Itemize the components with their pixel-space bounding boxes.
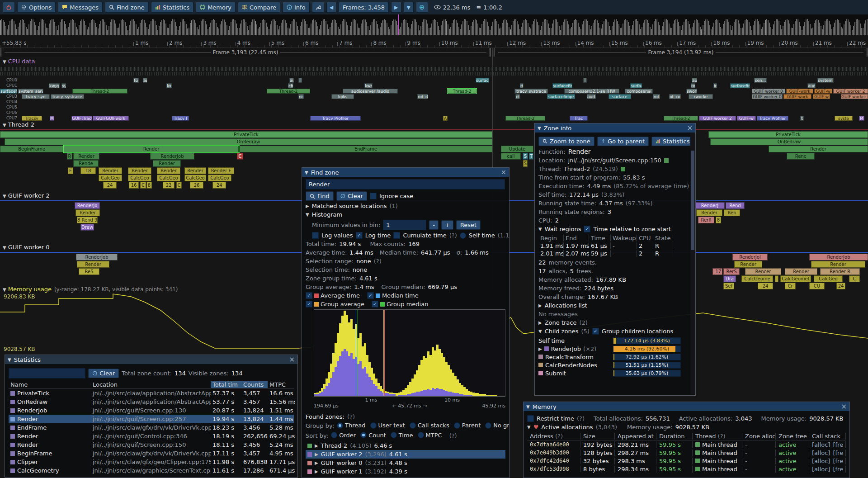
help-icon[interactable]: (?) bbox=[449, 232, 457, 239]
cpu-segment[interactable]: GUIF worker 2 bbox=[699, 116, 736, 121]
table-row[interactable]: BeginFramejni/../jni/src/claw/gfx/drv/vk… bbox=[9, 449, 294, 458]
column-header[interactable]: Zone alloc bbox=[742, 433, 776, 440]
table-row[interactable]: Clipperjni/../jni/src/claw/gfx/geo/Clipp… bbox=[9, 458, 294, 466]
cpu-segment[interactable]: tracy_syn bbox=[22, 94, 50, 99]
legend-checkbox[interactable] bbox=[306, 292, 312, 299]
cpu-segment[interactable]: kwo bbox=[364, 83, 373, 88]
cpu-segment[interactable]: M bbox=[859, 116, 864, 121]
timeline-zone[interactable]: Render bbox=[77, 261, 109, 268]
timeline-zone[interactable]: 8 bbox=[146, 182, 152, 189]
alloc-callstack-link[interactable]: [alloc] bbox=[812, 450, 830, 456]
timeline-zone[interactable]: Render bbox=[184, 167, 206, 174]
min-bin-input[interactable] bbox=[383, 220, 426, 230]
cpu-segment[interactable]: composer@2.1-se [HW bbox=[564, 89, 619, 94]
radio-no-groupi[interactable]: No groupi bbox=[485, 422, 509, 429]
increase-bin-button[interactable]: + bbox=[441, 220, 453, 230]
column-header[interactable]: Wakeup bbox=[611, 235, 637, 241]
options-button[interactable]: Options bbox=[17, 2, 56, 13]
collapse-icon[interactable]: ▼ bbox=[527, 425, 531, 430]
cpu-segment[interactable]: GUIF-w bbox=[814, 89, 832, 94]
column-header[interactable]: Counts bbox=[241, 381, 268, 388]
alloc-appeared-at[interactable]: 298.34 ms bbox=[615, 466, 656, 473]
timeline-zone[interactable]: Render bbox=[99, 167, 122, 174]
radio-mtpc[interactable]: MTPC bbox=[418, 432, 442, 439]
timeline-zone[interactable]: Render F bbox=[208, 167, 234, 174]
radio-count[interactable]: Count bbox=[360, 432, 386, 439]
frame-span[interactable]: Frame 3,193 (22.45 ms) bbox=[0, 48, 491, 57]
timeline-zone[interactable]: C bbox=[849, 275, 860, 282]
collapse-icon[interactable]: ▼ bbox=[3, 245, 6, 250]
child-zone-row[interactable]: CalcRenderNodes51.51 µs (1.15%) bbox=[538, 361, 688, 369]
cpu-segment[interactable]: au bbox=[692, 78, 697, 83]
statistics-titlebar[interactable]: ▼ Statistics × bbox=[5, 355, 297, 364]
timeline-zone[interactable]: RenderJ bbox=[695, 202, 725, 209]
timeline-zone[interactable]: Render bbox=[785, 268, 817, 275]
expand-icon[interactable]: ▶ bbox=[306, 204, 309, 208]
thread-header[interactable]: ▼GUIF worker 0 bbox=[3, 244, 49, 251]
found-zone-group[interactable]: ▶GUIF worker 0(3,231)4.48 s bbox=[306, 459, 505, 467]
child-zone-row[interactable]: ▶RenderJob(×2)4.16 ms (92.60%) bbox=[538, 345, 688, 353]
timeline-zone[interactable]: S bbox=[523, 160, 528, 167]
cpu-segment[interactable]: surfacefinge bbox=[730, 83, 750, 88]
timeline-zone[interactable]: Render bbox=[75, 209, 100, 216]
cpu-segment[interactable]: aud bbox=[807, 83, 816, 88]
timeline-zone[interactable]: CalcGeo bbox=[99, 175, 122, 181]
frame-spans-row[interactable]: Frame 3,193 (22.45 ms) Frame 3,194 (13.9… bbox=[0, 48, 868, 57]
help-icon[interactable]: (?) bbox=[716, 433, 725, 440]
cpu-segment[interactable]: audip bbox=[587, 94, 596, 99]
timeline-zone[interactable]: 22 bbox=[163, 182, 175, 189]
collapse-icon[interactable]: ▼ bbox=[8, 357, 11, 362]
cpu-segment[interactable]: GUIF worker 4 bbox=[841, 94, 868, 99]
column-header[interactable]: Appeared at bbox=[615, 433, 656, 440]
timeline-zone[interactable]: Cr bbox=[785, 283, 796, 289]
alloc-callstack-link[interactable]: [alloc] bbox=[812, 441, 830, 448]
power-button[interactable] bbox=[3, 2, 15, 13]
free-callstack-link[interactable]: [fre bbox=[833, 466, 843, 473]
table-row[interactable]: RenderJobjni/../jni/src/guif/Screen.cpp:… bbox=[9, 406, 294, 415]
alloc-appeared-at[interactable]: 298.21 ms bbox=[615, 441, 656, 448]
timeline-zone[interactable]: Rend bbox=[726, 202, 745, 209]
timeline-zone[interactable]: CU bbox=[809, 283, 825, 289]
thread-header[interactable]: ▼Thread-2 bbox=[3, 121, 34, 128]
tools-button[interactable] bbox=[312, 2, 324, 13]
histogram-bar[interactable] bbox=[495, 395, 497, 396]
found-zone-group[interactable]: ▶Thread-2(4,105)6.46 s bbox=[306, 441, 505, 450]
timeline-zone[interactable]: Update bbox=[501, 146, 533, 152]
column-header[interactable]: Name bbox=[9, 381, 91, 388]
cpu-segment[interactable]: rot bbox=[653, 94, 660, 99]
help-icon[interactable]: (?) bbox=[553, 433, 563, 440]
statistics-button[interactable]: Statistics bbox=[651, 137, 693, 146]
radio-call-stacks[interactable]: Call stacks bbox=[410, 422, 449, 429]
timeline-zone[interactable]: Render bbox=[73, 153, 99, 160]
log-time-checkbox[interactable] bbox=[356, 232, 363, 239]
group-children-checkbox[interactable] bbox=[592, 328, 599, 335]
cpu-segment[interactable]: kw bbox=[166, 83, 172, 88]
expand-icon[interactable]: ▶ bbox=[315, 469, 318, 474]
timeline-zone[interactable]: CalcGeomet bbox=[780, 275, 811, 282]
child-zone-row[interactable]: RecalcTransform72.92 µs (1.62%) bbox=[538, 353, 688, 361]
timeline-zone[interactable]: Sef bbox=[723, 283, 734, 289]
cpu-segment[interactable]: in bbox=[713, 83, 717, 88]
find-zone-titlebar[interactable]: ▼ Find zone × bbox=[302, 168, 509, 177]
cpu-segment[interactable]: Thread-2 bbox=[664, 116, 698, 121]
time-histogram-plot[interactable] bbox=[314, 309, 505, 396]
expand-icon[interactable]: ▶ bbox=[315, 460, 318, 465]
help-icon[interactable]: (?) bbox=[347, 413, 355, 420]
statistics-button[interactable]: Statistics bbox=[151, 2, 193, 13]
cpu-segment[interactable]: rworke bbox=[689, 94, 713, 99]
cpu-segment[interactable]: system_s bbox=[817, 78, 834, 83]
messages-button[interactable]: Messages bbox=[58, 2, 103, 13]
timeline-zone[interactable]: 8 Rend 9 bbox=[77, 217, 98, 223]
cpu-segment[interactable]: surfac bbox=[630, 83, 642, 88]
table-row[interactable]: PrivateTickjni/../jni/src/claw/applicati… bbox=[9, 389, 294, 398]
radio-time[interactable]: Time bbox=[391, 432, 413, 439]
timeline-zone[interactable]: EndFrame bbox=[239, 146, 492, 152]
allocation-row[interactable]: 0x7dfc42d64032 bytes298.3 ms59.95 sMain … bbox=[527, 457, 846, 465]
cpu-segment[interactable]: surface! bbox=[476, 78, 489, 83]
alloc-appeared-at[interactable]: 298.27 ms bbox=[615, 450, 656, 456]
timeline-zone[interactable]: Renc bbox=[787, 153, 815, 160]
timeline-zone[interactable]: RenderJob bbox=[76, 254, 118, 260]
cpu-segment[interactable]: Thread-2 bbox=[72, 89, 127, 94]
timeline-zone[interactable]: Render bbox=[153, 160, 181, 167]
timeline-zone[interactable]: RenderJob bbox=[809, 254, 868, 260]
